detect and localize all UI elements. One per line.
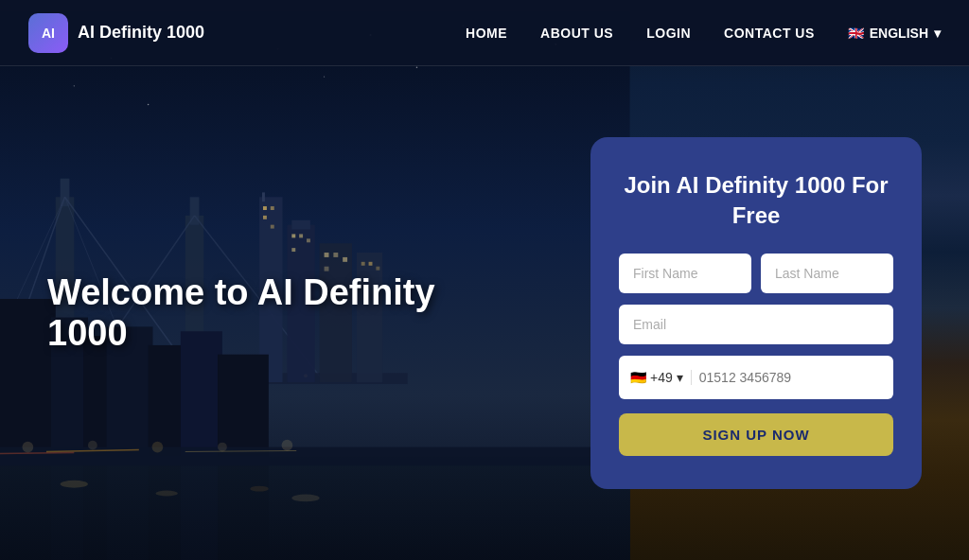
phone-code: +49 (650, 370, 673, 385)
flag-icon: 🇬🇧 (848, 26, 864, 41)
hero-content: Welcome to AI Definity 1000 (47, 272, 553, 354)
email-row (619, 305, 893, 344)
nav-link-login[interactable]: LOGIN (646, 26, 691, 41)
email-input[interactable] (619, 305, 893, 344)
nav-item-home[interactable]: HOME (466, 25, 507, 42)
language-label: ENGLISH (870, 26, 928, 41)
phone-flag-icon: 🇩🇪 (630, 370, 646, 385)
last-name-input[interactable] (761, 254, 893, 293)
signup-form-card: Join AI Definity 1000 For Free 🇩🇪 +49 ▾ … (590, 137, 922, 488)
signup-button[interactable]: SIGN UP NOW (619, 413, 893, 456)
brand-name: AI Definity 1000 (78, 23, 204, 43)
phone-row: 🇩🇪 +49 ▾ (619, 356, 893, 399)
navbar-nav: HOME ABOUT US LOGIN CONTACT US 🇬🇧 ENGLIS… (466, 25, 941, 42)
hero-title: Welcome to AI Definity 1000 (47, 272, 445, 354)
nav-link-home[interactable]: HOME (466, 26, 507, 41)
name-row (619, 254, 893, 293)
phone-flag-selector[interactable]: 🇩🇪 +49 ▾ (630, 370, 692, 385)
first-name-input[interactable] (619, 254, 751, 293)
phone-input[interactable] (699, 370, 882, 385)
nav-item-about[interactable]: ABOUT US (540, 25, 613, 42)
language-selector[interactable]: 🇬🇧 ENGLISH ▾ (848, 26, 941, 41)
hero-section: Welcome to AI Definity 1000 Join AI Defi… (0, 0, 969, 560)
chevron-down-icon: ▾ (934, 26, 941, 41)
nav-link-about[interactable]: ABOUT US (540, 26, 613, 41)
nav-item-contact[interactable]: CONTACT US (724, 25, 815, 42)
navbar: AI AI Definity 1000 HOME ABOUT US LOGIN … (0, 0, 969, 66)
form-card-title: Join AI Definity 1000 For Free (619, 170, 893, 229)
nav-link-contact[interactable]: CONTACT US (724, 26, 815, 41)
phone-dropdown-icon: ▾ (677, 370, 683, 385)
nav-item-language[interactable]: 🇬🇧 ENGLISH ▾ (848, 26, 941, 41)
nav-item-login[interactable]: LOGIN (646, 25, 691, 42)
brand-logo-icon: AI (28, 13, 68, 53)
navbar-brand[interactable]: AI AI Definity 1000 (28, 13, 204, 53)
